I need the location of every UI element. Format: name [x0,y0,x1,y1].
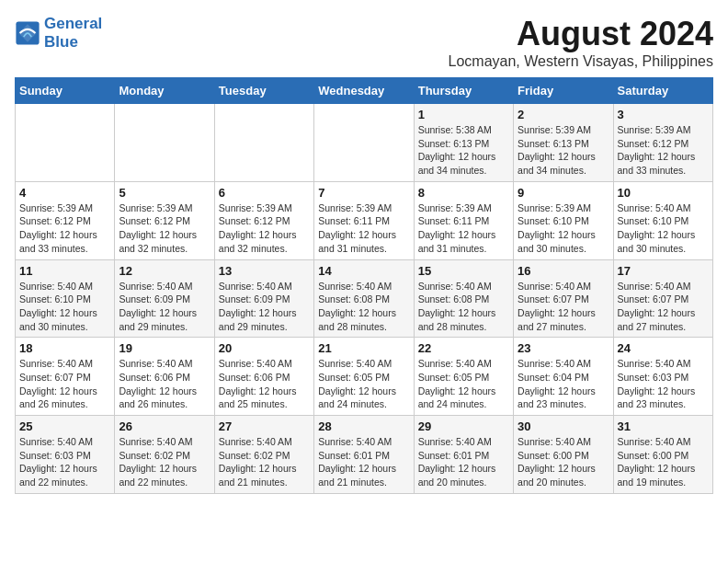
day-info: Sunrise: 5:40 AM Sunset: 6:01 PM Dayligh… [418,435,509,489]
column-header-wednesday: Wednesday [314,78,414,104]
day-info: Sunrise: 5:40 AM Sunset: 6:04 PM Dayligh… [518,357,609,411]
logo-icon [15,20,40,46]
calendar-cell: 8Sunrise: 5:39 AM Sunset: 6:11 PM Daylig… [414,181,513,259]
day-number: 8 [418,186,509,200]
column-header-friday: Friday [514,78,613,104]
calendar-week-row: 1Sunrise: 5:38 AM Sunset: 6:13 PM Daylig… [16,104,713,182]
day-number: 26 [119,419,210,433]
day-number: 7 [318,186,409,200]
calendar-week-row: 25Sunrise: 5:40 AM Sunset: 6:03 PM Dayli… [16,416,713,494]
calendar-cell [115,104,214,182]
calendar-cell: 2Sunrise: 5:39 AM Sunset: 6:13 PM Daylig… [514,104,613,182]
day-info: Sunrise: 5:40 AM Sunset: 6:00 PM Dayligh… [518,435,609,489]
calendar-cell [214,104,313,182]
day-number: 29 [418,419,509,433]
calendar-cell: 30Sunrise: 5:40 AM Sunset: 6:00 PM Dayli… [514,416,613,494]
column-header-tuesday: Tuesday [214,78,313,104]
calendar-cell: 13Sunrise: 5:40 AM Sunset: 6:09 PM Dayli… [214,259,313,338]
calendar-cell: 15Sunrise: 5:40 AM Sunset: 6:08 PM Dayli… [414,259,513,338]
calendar-cell [314,104,414,182]
calendar-cell: 17Sunrise: 5:40 AM Sunset: 6:07 PM Dayli… [613,259,712,338]
day-info: Sunrise: 5:40 AM Sunset: 6:07 PM Dayligh… [518,280,609,334]
calendar-cell: 6Sunrise: 5:39 AM Sunset: 6:12 PM Daylig… [214,181,313,259]
calendar-cell: 26Sunrise: 5:40 AM Sunset: 6:02 PM Dayli… [115,416,214,494]
calendar-cell: 31Sunrise: 5:40 AM Sunset: 6:00 PM Dayli… [613,416,712,494]
calendar-cell [16,104,115,182]
calendar-cell: 7Sunrise: 5:39 AM Sunset: 6:11 PM Daylig… [314,181,414,259]
column-header-saturday: Saturday [613,78,712,104]
calendar-cell: 10Sunrise: 5:40 AM Sunset: 6:10 PM Dayli… [613,181,712,259]
calendar-cell: 24Sunrise: 5:40 AM Sunset: 6:03 PM Dayli… [613,338,712,416]
day-info: Sunrise: 5:40 AM Sunset: 6:05 PM Dayligh… [418,357,509,411]
day-info: Sunrise: 5:40 AM Sunset: 6:08 PM Dayligh… [318,280,409,334]
day-number: 28 [318,419,409,433]
day-number: 22 [418,341,509,355]
day-info: Sunrise: 5:40 AM Sunset: 6:00 PM Dayligh… [618,435,709,489]
page-title: August 2024 [449,15,713,53]
day-number: 16 [518,264,609,278]
calendar-cell: 27Sunrise: 5:40 AM Sunset: 6:02 PM Dayli… [214,416,313,494]
day-info: Sunrise: 5:40 AM Sunset: 6:07 PM Dayligh… [19,357,110,411]
calendar-header-row: SundayMondayTuesdayWednesdayThursdayFrid… [16,78,713,104]
header: General Blue August 2024 Locmayan, Weste… [15,15,713,70]
calendar-table: SundayMondayTuesdayWednesdayThursdayFrid… [15,77,713,494]
calendar-cell: 29Sunrise: 5:40 AM Sunset: 6:01 PM Dayli… [414,416,513,494]
day-number: 13 [219,264,310,278]
calendar-cell: 1Sunrise: 5:38 AM Sunset: 6:13 PM Daylig… [414,104,513,182]
calendar-cell: 19Sunrise: 5:40 AM Sunset: 6:06 PM Dayli… [115,338,214,416]
day-number: 9 [518,186,609,200]
calendar-cell: 25Sunrise: 5:40 AM Sunset: 6:03 PM Dayli… [16,416,115,494]
day-info: Sunrise: 5:39 AM Sunset: 6:13 PM Dayligh… [518,123,609,178]
calendar-cell: 5Sunrise: 5:39 AM Sunset: 6:12 PM Daylig… [115,181,214,259]
day-info: Sunrise: 5:40 AM Sunset: 6:09 PM Dayligh… [219,280,310,334]
day-info: Sunrise: 5:39 AM Sunset: 6:11 PM Dayligh… [418,201,509,256]
calendar-cell: 11Sunrise: 5:40 AM Sunset: 6:10 PM Dayli… [16,259,115,338]
calendar-cell: 23Sunrise: 5:40 AM Sunset: 6:04 PM Dayli… [514,338,613,416]
day-number: 6 [219,186,310,200]
day-info: Sunrise: 5:40 AM Sunset: 6:02 PM Dayligh… [119,435,210,489]
day-number: 25 [19,419,110,433]
title-area: August 2024 Locmayan, Western Visayas, P… [449,15,713,70]
column-header-thursday: Thursday [414,78,513,104]
day-number: 19 [119,341,210,355]
day-info: Sunrise: 5:40 AM Sunset: 6:01 PM Dayligh… [318,435,409,489]
day-info: Sunrise: 5:40 AM Sunset: 6:07 PM Dayligh… [618,280,709,334]
calendar-cell: 20Sunrise: 5:40 AM Sunset: 6:06 PM Dayli… [214,338,313,416]
calendar-cell: 9Sunrise: 5:39 AM Sunset: 6:10 PM Daylig… [514,181,613,259]
day-number: 30 [518,419,609,433]
calendar-week-row: 11Sunrise: 5:40 AM Sunset: 6:10 PM Dayli… [16,259,713,338]
page-subtitle: Locmayan, Western Visayas, Philippines [449,53,713,70]
day-number: 17 [618,264,709,278]
day-number: 27 [219,419,310,433]
day-number: 23 [518,341,609,355]
day-info: Sunrise: 5:39 AM Sunset: 6:12 PM Dayligh… [618,123,709,178]
logo: General Blue [15,15,102,52]
day-info: Sunrise: 5:39 AM Sunset: 6:12 PM Dayligh… [119,201,210,256]
day-info: Sunrise: 5:39 AM Sunset: 6:12 PM Dayligh… [19,201,110,256]
calendar-cell: 12Sunrise: 5:40 AM Sunset: 6:09 PM Dayli… [115,259,214,338]
day-info: Sunrise: 5:40 AM Sunset: 6:10 PM Dayligh… [618,201,709,256]
calendar-cell: 3Sunrise: 5:39 AM Sunset: 6:12 PM Daylig… [613,104,712,182]
calendar-cell: 16Sunrise: 5:40 AM Sunset: 6:07 PM Dayli… [514,259,613,338]
day-number: 3 [618,108,709,121]
calendar-cell: 28Sunrise: 5:40 AM Sunset: 6:01 PM Dayli… [314,416,414,494]
day-number: 31 [618,419,709,433]
day-info: Sunrise: 5:38 AM Sunset: 6:13 PM Dayligh… [418,123,509,178]
column-header-sunday: Sunday [16,78,115,104]
calendar-cell: 18Sunrise: 5:40 AM Sunset: 6:07 PM Dayli… [16,338,115,416]
day-info: Sunrise: 5:40 AM Sunset: 6:05 PM Dayligh… [318,357,409,411]
day-info: Sunrise: 5:40 AM Sunset: 6:06 PM Dayligh… [119,357,210,411]
day-number: 11 [19,264,110,278]
day-info: Sunrise: 5:40 AM Sunset: 6:03 PM Dayligh… [618,357,709,411]
day-number: 24 [618,341,709,355]
day-number: 10 [618,186,709,200]
column-header-monday: Monday [115,78,214,104]
calendar-week-row: 4Sunrise: 5:39 AM Sunset: 6:12 PM Daylig… [16,181,713,259]
day-info: Sunrise: 5:40 AM Sunset: 6:02 PM Dayligh… [219,435,310,489]
day-info: Sunrise: 5:39 AM Sunset: 6:10 PM Dayligh… [518,201,609,256]
day-info: Sunrise: 5:40 AM Sunset: 6:09 PM Dayligh… [119,280,210,334]
day-number: 21 [318,341,409,355]
day-number: 4 [19,186,110,200]
day-number: 5 [119,186,210,200]
day-number: 18 [19,341,110,355]
